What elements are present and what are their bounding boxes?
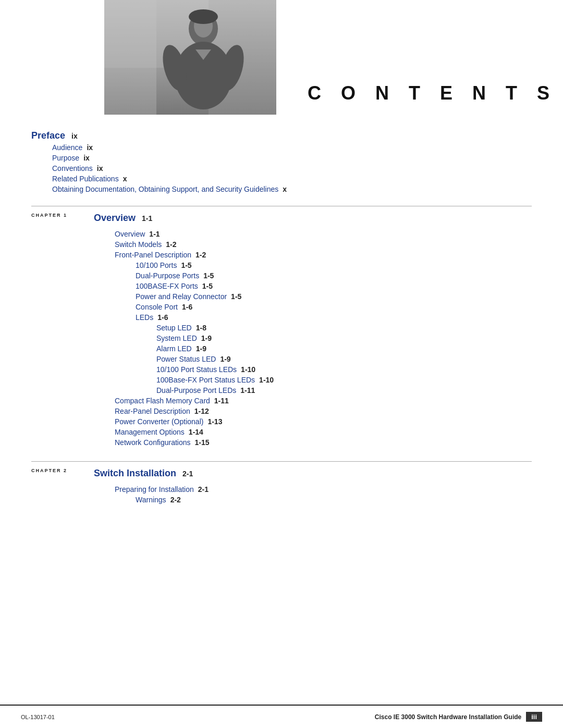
- chapter-2-title[interactable]: Switch Installation: [94, 468, 176, 479]
- preface-title[interactable]: Preface: [31, 130, 65, 141]
- page: C O N T E N T S Preface ix Audience ix P…: [0, 0, 563, 728]
- header-area: C O N T E N T S: [0, 0, 563, 115]
- toc-10-100-ports: 10/100 Ports 1-5: [94, 261, 532, 269]
- svg-point-11: [189, 9, 218, 24]
- toc-leds: LEDs 1-6: [94, 313, 532, 322]
- toc-100base-fx-ports: 100BASE-FX Ports 1-5: [94, 282, 532, 290]
- preface-page: ix: [71, 132, 78, 140]
- toc-10-100-port-status-leds: 10/100 Port Status LEDs 1-10: [94, 365, 532, 374]
- preface-section: Preface ix Audience ix Purpose ix Conven…: [31, 130, 532, 193]
- toc-network-configurations: Network Configurations 1-15: [94, 438, 532, 447]
- toc-preparing-installation: Preparing for Installation 2-1: [94, 485, 532, 493]
- toc-compact-flash: Compact Flash Memory Card 1-11: [94, 397, 532, 405]
- preface-title-entry: Preface ix: [31, 130, 532, 141]
- content-area: Preface ix Audience ix Purpose ix Conven…: [0, 130, 563, 506]
- toc-power-relay-connector: Power and Relay Connector 1-5: [94, 292, 532, 301]
- chapter-2-label: CHAPTER 2: [31, 466, 94, 473]
- toc-system-led: System LED 1-9: [94, 334, 532, 342]
- toc-dual-purpose-ports: Dual-Purpose Ports 1-5: [94, 272, 532, 280]
- toc-entry-related-publications: Related Publications x: [31, 175, 532, 183]
- chapter-1-label: CHAPTER 1: [31, 211, 94, 218]
- chapter-1-title-entry: Overview 1-1: [94, 213, 532, 228]
- header-image: [104, 0, 276, 115]
- toc-rear-panel: Rear-Panel Description 1-12: [94, 407, 532, 415]
- toc-setup-led: Setup LED 1-8: [94, 324, 532, 332]
- svg-rect-2: [104, 0, 156, 115]
- toc-front-panel: Front-Panel Description 1-2: [94, 251, 532, 259]
- footer-doc-number: OL-13017-01: [21, 714, 55, 720]
- contents-title: C O N T E N T S: [276, 82, 557, 115]
- toc-100base-fx-port-status-leds: 100Base-FX Port Status LEDs 1-10: [94, 376, 532, 384]
- footer-page-number: iii: [526, 712, 542, 722]
- chapter-2-title-entry: Switch Installation 2-1: [94, 468, 532, 483]
- chapter-2-content: Switch Installation 2-1 Preparing for In…: [94, 466, 532, 506]
- toc-alarm-led: Alarm LED 1-9: [94, 344, 532, 353]
- chapter-1-section: CHAPTER 1 Overview 1-1 Overview 1-1 Swit…: [31, 206, 532, 449]
- toc-overview: Overview 1-1: [94, 230, 532, 238]
- toc-dual-purpose-port-leds: Dual-Purpose Port LEDs 1-11: [94, 386, 532, 394]
- toc-warnings: Warnings 2-2: [94, 496, 532, 504]
- footer-guide-title: Cisco IE 3000 Switch Hardware Installati…: [375, 713, 521, 721]
- chapter-2-section: CHAPTER 2 Switch Installation 2-1 Prepar…: [31, 461, 532, 506]
- toc-management-options: Management Options 1-14: [94, 428, 532, 436]
- toc-entry-purpose: Purpose ix: [31, 154, 532, 162]
- chapter-1-title[interactable]: Overview: [94, 213, 136, 224]
- toc-power-converter: Power Converter (Optional) 1-13: [94, 417, 532, 426]
- toc-entry-obtaining-doc: Obtaining Documentation, Obtaining Suppo…: [31, 185, 532, 193]
- toc-entry-conventions: Conventions ix: [31, 164, 532, 172]
- footer-right-area: Cisco IE 3000 Switch Hardware Installati…: [375, 712, 542, 722]
- toc-console-port: Console Port 1-6: [94, 303, 532, 311]
- footer: OL-13017-01 Cisco IE 3000 Switch Hardwar…: [0, 705, 563, 728]
- toc-entry-audience: Audience ix: [31, 143, 532, 152]
- toc-power-status-led: Power Status LED 1-9: [94, 355, 532, 363]
- toc-switch-models: Switch Models 1-2: [94, 240, 532, 249]
- chapter-1-content: Overview 1-1 Overview 1-1 Switch Models …: [94, 211, 532, 449]
